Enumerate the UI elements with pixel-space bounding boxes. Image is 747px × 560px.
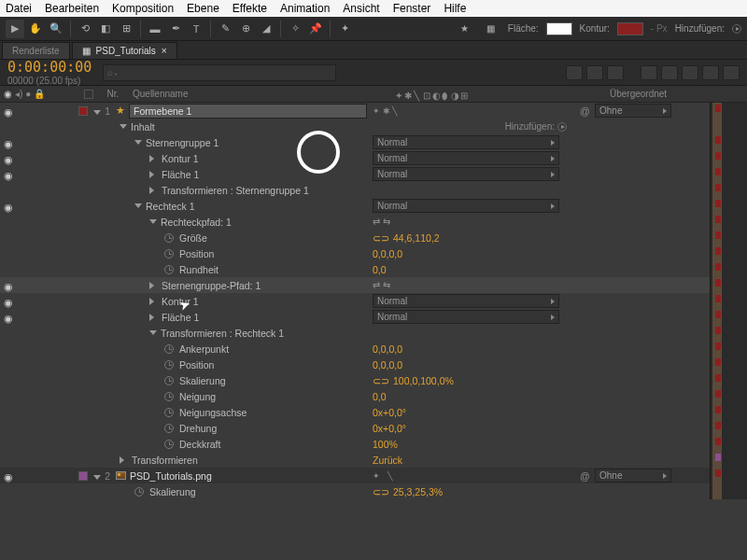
- menu-hilfe[interactable]: Hilfe: [444, 2, 466, 15]
- inhalt-row[interactable]: Inhalt Hinzufügen:: [0, 119, 747, 134]
- hand-tool-icon[interactable]: ✋: [26, 20, 45, 38]
- snap-icon[interactable]: ▦: [482, 20, 500, 38]
- sternengruppe1-row[interactable]: ◉ Sternengruppe 1 Normal: [0, 134, 747, 150]
- layer-name[interactable]: PSD_Tutorials.png: [130, 470, 212, 482]
- puppet-tool-icon[interactable]: 📌: [306, 20, 325, 38]
- stopwatch-icon[interactable]: [164, 249, 174, 259]
- stroke-swatch[interactable]: [617, 22, 643, 35]
- link-icon[interactable]: ⊂⊃: [373, 375, 389, 386]
- shy-icon[interactable]: [607, 65, 624, 80]
- menu-effekte[interactable]: Effekte: [233, 2, 267, 15]
- timeline-track[interactable]: [710, 103, 747, 499]
- pickwhip-icon[interactable]: @: [580, 105, 591, 117]
- value[interactable]: 0,0,0,0: [373, 248, 402, 259]
- parent-dropdown[interactable]: Ohne: [595, 469, 671, 483]
- pan-behind-tool-icon[interactable]: ⊞: [117, 20, 135, 38]
- anker-row[interactable]: Ankerpunkt 0,0,0,0: [0, 341, 747, 357]
- eye-icon[interactable]: ◉: [4, 170, 13, 179]
- menu-komposition[interactable]: Komposition: [112, 2, 174, 15]
- eye-icon[interactable]: ◉: [4, 281, 13, 290]
- rechteck1-row[interactable]: ◉ Rechteck 1 Normal: [0, 198, 747, 214]
- stopwatch-icon[interactable]: [164, 408, 174, 417]
- value[interactable]: 0,0,0,0: [373, 343, 402, 355]
- camera-tool-icon[interactable]: ◧: [96, 20, 115, 38]
- pen-tool-icon[interactable]: ✒: [166, 20, 185, 38]
- menu-ansicht[interactable]: Ansicht: [343, 2, 379, 15]
- eye-icon[interactable]: ◉: [4, 154, 13, 163]
- text-tool-icon[interactable]: T: [187, 20, 205, 38]
- value[interactable]: 44,6,110,2: [393, 232, 440, 244]
- stopwatch-icon[interactable]: [164, 440, 174, 449]
- eye-icon[interactable]: ◉: [4, 471, 13, 481]
- value[interactable]: 100%: [373, 439, 398, 450]
- blend-mode-dropdown[interactable]: Normal: [373, 135, 559, 149]
- kontur1b-row[interactable]: ◉ Kontur 1 Normal: [0, 293, 747, 309]
- position2-row[interactable]: Position 0,0,0,0: [0, 357, 747, 372]
- rundheit-row[interactable]: Rundheit 0,0: [0, 261, 747, 277]
- eye-icon[interactable]: ◉: [4, 106, 13, 116]
- link-icon[interactable]: ⊂⊃: [373, 232, 389, 244]
- draft3d-icon[interactable]: [586, 65, 603, 80]
- sternpfad-row[interactable]: ◉ Sternengruppe-Pfad: 1 ⇄ ⇆: [0, 277, 747, 293]
- motion-blur-icon[interactable]: [661, 65, 678, 80]
- value[interactable]: 0x+0,0°: [373, 407, 406, 418]
- eraser-tool-icon[interactable]: ◢: [257, 20, 275, 38]
- parent-dropdown[interactable]: Ohne: [595, 104, 671, 118]
- stopwatch-icon[interactable]: [164, 265, 174, 274]
- menu-bearbeiten[interactable]: Bearbeiten: [45, 2, 99, 15]
- tab-renderliste[interactable]: Renderliste: [2, 42, 70, 59]
- add-play-icon[interactable]: [732, 24, 741, 34]
- search-input[interactable]: ⌕▾: [103, 64, 336, 81]
- flache1b-row[interactable]: ◉ Fläche 1 Normal: [0, 309, 747, 325]
- eye-icon[interactable]: ◉: [4, 297, 13, 306]
- eye-icon[interactable]: ◉: [4, 202, 13, 211]
- star-icon[interactable]: ★: [456, 20, 474, 38]
- trans-r1-row[interactable]: Transformieren : Rechteck 1: [0, 325, 747, 341]
- menu-datei[interactable]: Datei: [6, 2, 32, 15]
- frame-blend-icon[interactable]: [641, 65, 657, 80]
- brain-icon[interactable]: [682, 65, 698, 80]
- timecode[interactable]: 0:00:00:00: [7, 59, 92, 76]
- label-color[interactable]: [78, 471, 88, 481]
- expand-icon[interactable]: [723, 65, 740, 80]
- rechteckpfad-row[interactable]: Rechteckpfad: 1 ⇄ ⇆: [0, 214, 747, 230]
- skalierung-row[interactable]: Skalierung ⊂⊃100,0,100,0%: [0, 372, 747, 388]
- menubar[interactable]: Datei Bearbeiten Komposition Ebene Effek…: [0, 0, 747, 17]
- skalierung2-row[interactable]: Skalierung ⊂⊃25,3,25,3%: [0, 483, 747, 499]
- add-button[interactable]: Hinzufügen:: [505, 121, 567, 132]
- stopwatch-icon[interactable]: [164, 424, 174, 433]
- eye-icon[interactable]: ◉: [4, 313, 13, 322]
- selection-tool-icon[interactable]: ▶: [6, 20, 24, 38]
- close-icon[interactable]: ×: [162, 46, 167, 56]
- stopwatch-icon[interactable]: [164, 376, 174, 385]
- comp-flowchart-icon[interactable]: [566, 65, 583, 80]
- reset-link[interactable]: Zurück: [373, 455, 402, 466]
- transformieren-row[interactable]: Transformieren Zurück: [0, 452, 747, 468]
- label-color[interactable]: [78, 106, 88, 116]
- value[interactable]: 0,0: [373, 264, 387, 275]
- graph-editor-icon[interactable]: [702, 65, 719, 80]
- value[interactable]: 100,0,100,0%: [393, 375, 454, 386]
- position-row[interactable]: Position 0,0,0,0: [0, 245, 747, 261]
- blend-mode-dropdown[interactable]: Normal: [373, 310, 559, 324]
- trans-sg1-row[interactable]: Transformieren : Sternengruppe 1: [0, 182, 747, 198]
- neigung-row[interactable]: Neigung 0,0: [0, 388, 747, 404]
- roto-tool-icon[interactable]: ✧: [286, 20, 304, 38]
- stopwatch-icon[interactable]: [164, 233, 174, 243]
- zoom-tool-icon[interactable]: 🔍: [47, 20, 65, 38]
- clone-tool-icon[interactable]: ⊕: [236, 20, 255, 38]
- blend-mode-dropdown[interactable]: Normal: [373, 199, 559, 213]
- rect-tool-icon[interactable]: ▬: [146, 20, 164, 38]
- value[interactable]: 0,0: [373, 391, 387, 402]
- drehung-row[interactable]: Drehung 0x+0,0°: [0, 420, 747, 436]
- blend-mode-dropdown[interactable]: Normal: [373, 294, 559, 308]
- value[interactable]: 25,3,25,3%: [393, 486, 443, 497]
- value[interactable]: 0x+0,0°: [373, 423, 406, 434]
- kontur1-row[interactable]: ◉ Kontur 1 Normal: [0, 150, 747, 166]
- local-axis-icon[interactable]: ✦: [335, 20, 354, 38]
- stopwatch-icon[interactable]: [164, 344, 174, 354]
- blend-mode-dropdown[interactable]: Normal: [373, 167, 559, 181]
- rotate-tool-icon[interactable]: ⟲: [76, 20, 94, 38]
- blend-mode-dropdown[interactable]: Normal: [373, 151, 559, 165]
- layer-2-row[interactable]: ◉ 2 PSD_Tutorials.png ✦ ╲ @Ohne: [0, 468, 747, 483]
